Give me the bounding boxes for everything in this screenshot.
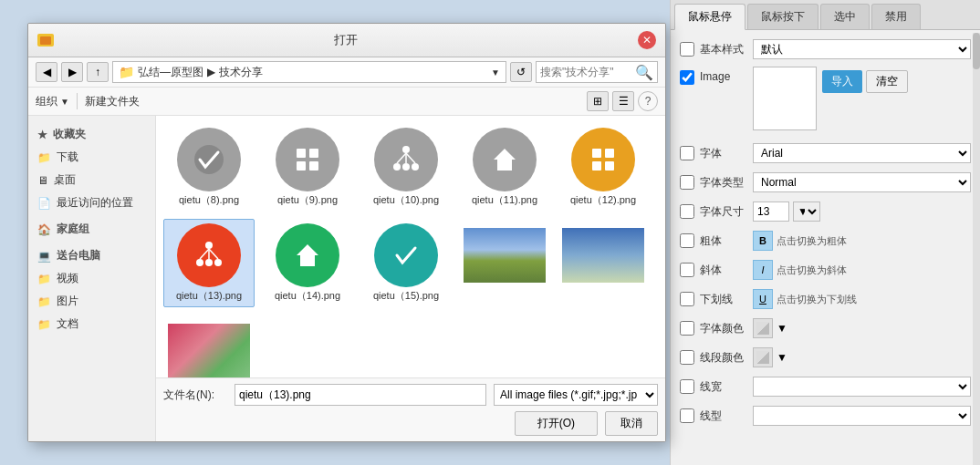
organize-button[interactable]: 组织 ▼ (36, 94, 69, 109)
svg-point-18 (196, 259, 203, 266)
dialog-close-button[interactable]: ✕ (638, 31, 656, 49)
font-color-row: 字体颜色 ▼ (680, 316, 971, 340)
file-item-8[interactable]: qietu（8).png (163, 123, 255, 212)
line-style-select[interactable] (753, 406, 971, 426)
basic-style-check[interactable] (680, 42, 694, 57)
nav-refresh-button[interactable]: ↺ (510, 62, 532, 82)
svg-point-6 (393, 163, 401, 170)
basic-style-select[interactable]: 默认 (753, 39, 971, 59)
file-thumb-15 (365, 223, 447, 287)
new-folder-button[interactable]: 新建文件夹 (85, 94, 140, 109)
file-name-label: 文件名(N): (163, 388, 227, 403)
clear-button[interactable]: 清空 (866, 70, 908, 93)
sidebar-item-pictures[interactable]: 📁 图片 (28, 290, 155, 313)
nav-back-button[interactable]: ◀ (36, 62, 57, 82)
bold-check[interactable] (680, 233, 694, 248)
import-button[interactable]: 导入 (822, 70, 862, 93)
download-icon: 📁 (37, 151, 51, 164)
sidebar-favorites-section: ★ 收藏夹 📁 下载 🖥 桌面 📄 最近访问的位置 (28, 123, 155, 214)
font-color-swatch[interactable] (753, 318, 773, 338)
svg-point-7 (402, 163, 410, 170)
toolbar-separator (77, 93, 78, 109)
font-check[interactable] (680, 146, 694, 160)
help-button[interactable]: ? (638, 91, 658, 111)
file-item-9[interactable]: qietu（9).png (262, 123, 353, 212)
sidebar-item-documents[interactable]: 📁 文档 (28, 313, 155, 336)
font-type-select[interactable]: Normal (753, 172, 971, 192)
line-color-arrow[interactable]: ▼ (777, 351, 787, 364)
nav-path: 📁 弘结—原型图 ▶ 技术分享 ▼ (112, 61, 506, 83)
line-style-check[interactable] (680, 408, 694, 423)
image-check[interactable] (680, 70, 694, 85)
font-color-control: ▼ (753, 318, 971, 338)
file-item-13[interactable]: qietu（13).png (163, 219, 255, 307)
file-thumb-9 (266, 128, 349, 191)
file-item-photo2[interactable] (558, 219, 649, 307)
file-type-select[interactable]: All image files (*.gif;*.jpg;*.jp (494, 384, 658, 406)
file-thumb-14 (266, 223, 349, 287)
line-color-check[interactable] (680, 350, 694, 365)
panel-scrollbar[interactable] (973, 33, 980, 465)
nav-up-button[interactable]: ↑ (87, 62, 109, 82)
sidebar-item-recent[interactable]: 📄 最近访问的位置 (28, 191, 155, 214)
line-color-row: 线段颜色 ▼ (680, 346, 971, 369)
file-item-15[interactable]: qietu（15).png (360, 219, 452, 307)
file-item-photo1[interactable] (459, 219, 550, 307)
sidebar-item-videos[interactable]: 📁 视频 (28, 267, 155, 290)
font-select[interactable]: Arial (753, 143, 971, 163)
view-toggle-button[interactable]: ⊞ (587, 91, 609, 111)
font-size-unit-select[interactable]: ▼ (793, 202, 820, 222)
bold-row: 粗体 B 点击切换为粗体 (680, 229, 971, 253)
bold-button[interactable]: B (753, 231, 773, 251)
italic-check[interactable] (680, 263, 694, 277)
svg-rect-1 (297, 149, 306, 158)
view-details-button[interactable]: ☰ (612, 91, 634, 111)
image-control: 导入 清空 (753, 67, 971, 130)
file-item-10[interactable]: qietu（10).png (360, 123, 452, 212)
line-width-select[interactable] (753, 377, 971, 397)
underline-button[interactable]: U (753, 289, 773, 309)
tab-hover[interactable]: 鼠标悬停 (674, 4, 745, 30)
cancel-button[interactable]: 取消 (605, 411, 658, 436)
font-color-arrow[interactable]: ▼ (777, 322, 787, 335)
file-item-11[interactable]: qietu（11).png (459, 123, 550, 212)
font-type-check[interactable] (680, 175, 694, 190)
file-bottom-bar: 文件名(N): All image files (*.gif;*.jpg;*.j… (156, 377, 665, 441)
search-input[interactable] (540, 66, 631, 78)
file-name-15: qietu（15).png (373, 289, 439, 303)
nav-path-part2: 技术分享 (219, 65, 263, 80)
file-item-photo3[interactable] (163, 315, 255, 377)
sidebar-item-desktop[interactable]: 🖥 桌面 (28, 169, 155, 191)
line-width-check[interactable] (680, 379, 694, 394)
italic-button[interactable]: I (753, 260, 773, 280)
homegroup-icon: 🏠 (37, 223, 51, 236)
underline-check[interactable] (680, 292, 694, 306)
font-color-check[interactable] (680, 321, 694, 336)
line-color-inner (756, 351, 769, 364)
sidebar-item-download[interactable]: 📁 下载 (28, 146, 155, 169)
file-item-14[interactable]: qietu（14).png (262, 219, 353, 307)
file-name-input[interactable] (235, 384, 486, 406)
nav-forward-button[interactable]: ▶ (61, 62, 83, 82)
nav-path-dropdown-icon[interactable]: ▼ (491, 67, 500, 78)
font-size-input[interactable] (753, 202, 789, 222)
file-dialog: 打开 ✕ ◀ ▶ ↑ 📁 弘结—原型图 ▶ 技术分享 ▼ ↺ 🔍 组织 ▼ 新建… (27, 23, 666, 442)
computer-icon: 💻 (37, 250, 51, 263)
basic-style-row: 基本样式 默认 (680, 37, 971, 61)
homegroup-label: 家庭组 (57, 222, 89, 237)
underline-control: U 点击切换为下划线 (753, 289, 971, 309)
dialog-sidebar: ★ 收藏夹 📁 下载 🖥 桌面 📄 最近访问的位置 🏠 (28, 116, 156, 441)
file-area: qietu（8).png qietu（9).png (156, 116, 665, 441)
line-color-swatch[interactable] (753, 347, 773, 367)
italic-hint: 点击切换为斜体 (777, 264, 847, 277)
open-button[interactable]: 打开(O) (515, 411, 598, 436)
file-item-12[interactable]: qietu（12).png (558, 123, 649, 212)
tab-mousedown[interactable]: 鼠标按下 (747, 4, 818, 29)
svg-point-8 (412, 163, 419, 170)
tab-selected[interactable]: 选中 (820, 4, 870, 29)
sidebar-computer-section: 💻 送台电脑 📁 视频 📁 图片 📁 文档 (28, 244, 155, 336)
line-width-label: 线宽 (700, 379, 753, 395)
font-size-check[interactable] (680, 204, 694, 219)
tab-disabled[interactable]: 禁用 (871, 4, 921, 29)
basic-style-label: 基本样式 (700, 42, 753, 57)
